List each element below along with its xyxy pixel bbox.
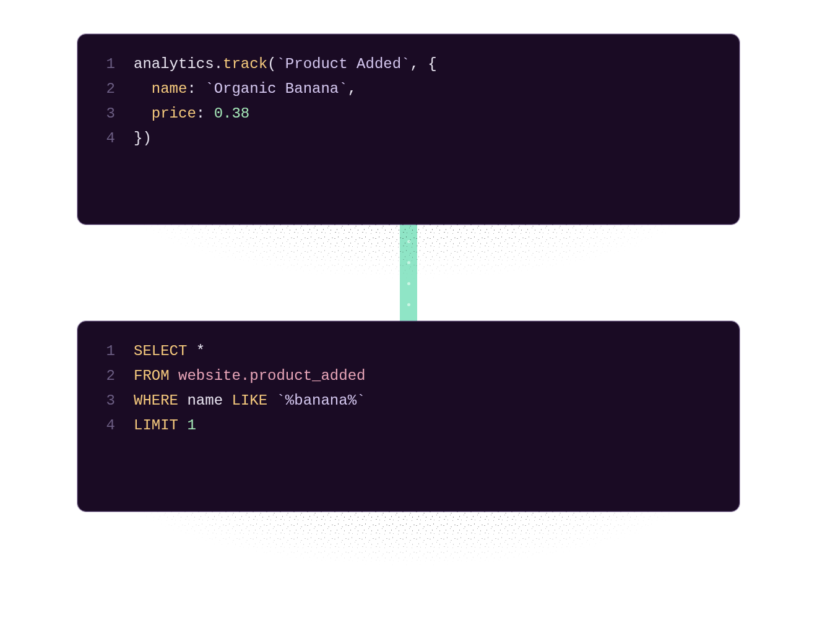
connector-dot-icon [407,240,410,243]
line-number: 4 [103,126,134,151]
code-line: 3 WHERE name LIKE `%banana%` [103,389,714,413]
line-number: 2 [103,364,134,389]
line-number: 2 [103,77,134,101]
line-number: 3 [103,101,134,126]
code-block-js: 1 analytics.track(`Product Added`, { 2 n… [77,34,740,225]
code-block-js-wrap: 1 analytics.track(`Product Added`, { 2 n… [77,34,740,225]
code-line: 4 }) [103,126,714,151]
line-number: 3 [103,389,134,413]
connector-dot-icon [407,303,410,306]
code-content: SELECT * [134,339,205,364]
code-content: price: 0.38 [134,101,249,126]
code-content: name: `Organic Banana`, [134,77,357,101]
code-content: WHERE name LIKE `%banana%` [134,389,365,413]
code-line: 4 LIMIT 1 [103,413,714,438]
code-content: }) [134,126,152,151]
code-block-sql: 1 SELECT * 2 FROM website.product_added … [77,321,740,512]
code-line: 2 name: `Organic Banana`, [103,77,714,101]
connector-dot-icon [407,261,410,264]
code-content: FROM website.product_added [134,364,365,389]
connector-bar [400,225,417,321]
connector-dot-icon [407,282,410,285]
code-line: 3 price: 0.38 [103,101,714,126]
code-line: 1 SELECT * [103,339,714,364]
line-number: 4 [103,413,134,438]
code-line: 1 analytics.track(`Product Added`, { [103,52,714,77]
code-line: 2 FROM website.product_added [103,364,714,389]
line-number: 1 [103,52,134,77]
line-number: 1 [103,339,134,364]
code-content: LIMIT 1 [134,413,196,438]
code-block-sql-wrap: 1 SELECT * 2 FROM website.product_added … [77,321,740,512]
code-content: analytics.track(`Product Added`, { [134,52,437,77]
